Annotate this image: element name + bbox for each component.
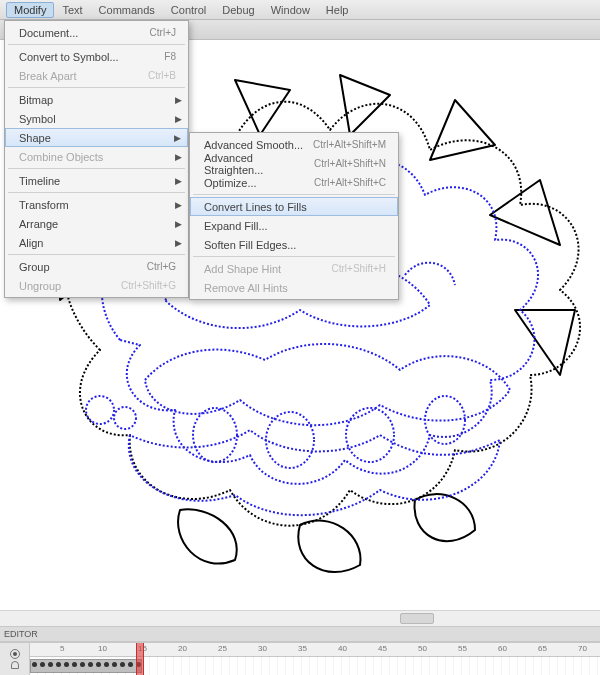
- shortcut-label: Ctrl+Alt+Shift+N: [314, 158, 392, 169]
- menu-window[interactable]: Window: [263, 2, 318, 18]
- menuitem-label: Arrange: [19, 218, 182, 230]
- menuitem-optimize[interactable]: Optimize...Ctrl+Alt+Shift+C: [190, 173, 398, 192]
- menuitem-label: Convert Lines to Fills: [204, 201, 392, 213]
- scrollbar-thumb[interactable]: [400, 613, 434, 624]
- keyframe-dot[interactable]: [80, 662, 85, 667]
- keyframe-dot[interactable]: [96, 662, 101, 667]
- menuitem-transform[interactable]: Transform▶: [5, 195, 188, 214]
- menuitem-label: Soften Fill Edges...: [204, 239, 392, 251]
- keyframe-dot[interactable]: [72, 662, 77, 667]
- separator: [8, 168, 185, 169]
- menuitem-align[interactable]: Align▶: [5, 233, 188, 252]
- menuitem-label: Advanced Straighten...: [204, 152, 314, 176]
- menubar: ModifyTextCommandsControlDebugWindowHelp: [0, 0, 600, 20]
- separator: [8, 192, 185, 193]
- keyframe-dot[interactable]: [88, 662, 93, 667]
- shortcut-label: Ctrl+B: [148, 70, 182, 81]
- menuitem-timeline[interactable]: Timeline▶: [5, 171, 188, 190]
- menuitem-convert-to-symbol[interactable]: Convert to Symbol...F8: [5, 47, 188, 66]
- menuitem-label: Symbol: [19, 113, 182, 125]
- keyframe-dot[interactable]: [128, 662, 133, 667]
- keyframe-dot[interactable]: [120, 662, 125, 667]
- keyframe-dot[interactable]: [32, 662, 37, 667]
- menu-debug[interactable]: Debug: [214, 2, 262, 18]
- menuitem-expand-fill[interactable]: Expand Fill...: [190, 216, 398, 235]
- menuitem-label: Optimize...: [204, 177, 314, 189]
- ruler-mark: 10: [98, 644, 107, 653]
- ruler-mark: 35: [298, 644, 307, 653]
- shortcut-label: Ctrl+J: [150, 27, 182, 38]
- shortcut-label: Ctrl+Alt+Shift+M: [313, 139, 392, 150]
- menuitem-label: Add Shape Hint: [204, 263, 332, 275]
- ruler-mark: 25: [218, 644, 227, 653]
- keyframe-dot[interactable]: [64, 662, 69, 667]
- menu-modify[interactable]: Modify: [6, 2, 54, 18]
- ruler-mark: 50: [418, 644, 427, 653]
- menu-control[interactable]: Control: [163, 2, 214, 18]
- menuitem-label: Remove All Hints: [204, 282, 392, 294]
- menuitem-shape[interactable]: Shape▶: [5, 128, 188, 147]
- svg-point-5: [114, 407, 136, 429]
- keyframe-dot[interactable]: [112, 662, 117, 667]
- menuitem-remove-all-hints: Remove All Hints: [190, 278, 398, 297]
- keyframe-dot[interactable]: [40, 662, 45, 667]
- frames-row[interactable]: [30, 657, 600, 675]
- shortcut-label: Ctrl+Shift+G: [121, 280, 182, 291]
- chevron-right-icon: ▶: [175, 176, 182, 186]
- menuitem-label: Group: [19, 261, 147, 273]
- timeline-ruler[interactable]: 5101520253035404550556065707580859095100…: [30, 643, 600, 675]
- separator: [8, 44, 185, 45]
- eye-icon[interactable]: [10, 649, 20, 659]
- menuitem-advanced-straighten[interactable]: Advanced Straighten...Ctrl+Alt+Shift+N: [190, 154, 398, 173]
- menuitem-label: Expand Fill...: [204, 220, 392, 232]
- menuitem-label: Shape: [19, 132, 182, 144]
- ruler-mark: 70: [578, 644, 587, 653]
- shortcut-label: Ctrl+Alt+Shift+C: [314, 177, 392, 188]
- menu-text[interactable]: Text: [54, 2, 90, 18]
- ruler-mark: 55: [458, 644, 467, 653]
- svg-point-0: [193, 408, 237, 462]
- menuitem-label: Bitmap: [19, 94, 182, 106]
- menuitem-label: Ungroup: [19, 280, 121, 292]
- menuitem-soften-fill-edges[interactable]: Soften Fill Edges...: [190, 235, 398, 254]
- menuitem-label: Combine Objects: [19, 151, 182, 163]
- menuitem-label: Document...: [19, 27, 150, 39]
- menuitem-convert-lines-to-fills[interactable]: Convert Lines to Fills: [190, 197, 398, 216]
- ruler-mark: 20: [178, 644, 187, 653]
- chevron-right-icon: ▶: [175, 200, 182, 210]
- menuitem-ungroup: UngroupCtrl+Shift+G: [5, 276, 188, 295]
- horizontal-scrollbar[interactable]: [0, 610, 600, 626]
- chevron-right-icon: ▶: [175, 238, 182, 248]
- menu-help[interactable]: Help: [318, 2, 357, 18]
- svg-point-2: [346, 408, 394, 462]
- menuitem-label: Convert to Symbol...: [19, 51, 164, 63]
- menuitem-document[interactable]: Document...Ctrl+J: [5, 23, 188, 42]
- svg-point-4: [86, 396, 114, 424]
- separator: [193, 256, 395, 257]
- menu-commands[interactable]: Commands: [91, 2, 163, 18]
- keyframe-span[interactable]: [30, 659, 142, 673]
- lock-icon[interactable]: [11, 661, 19, 669]
- keyframe-dot[interactable]: [48, 662, 53, 667]
- menuitem-label: Break Apart: [19, 70, 148, 82]
- menuitem-group[interactable]: GroupCtrl+G: [5, 257, 188, 276]
- shortcut-label: F8: [164, 51, 182, 62]
- menuitem-symbol[interactable]: Symbol▶: [5, 109, 188, 128]
- editor-panel-label: EDITOR: [0, 626, 600, 642]
- ruler-mark: 60: [498, 644, 507, 653]
- modify-menu: Document...Ctrl+JConvert to Symbol...F8B…: [4, 20, 189, 298]
- chevron-right-icon: ▶: [175, 95, 182, 105]
- svg-point-1: [266, 412, 314, 468]
- menuitem-break-apart: Break ApartCtrl+B: [5, 66, 188, 85]
- ruler-mark: 45: [378, 644, 387, 653]
- keyframe-dot[interactable]: [56, 662, 61, 667]
- menuitem-bitmap[interactable]: Bitmap▶: [5, 90, 188, 109]
- playhead[interactable]: [136, 643, 144, 675]
- layer-controls: [0, 643, 30, 675]
- keyframe-dot[interactable]: [104, 662, 109, 667]
- menuitem-arrange[interactable]: Arrange▶: [5, 214, 188, 233]
- separator: [193, 194, 395, 195]
- ruler-mark: 30: [258, 644, 267, 653]
- chevron-right-icon: ▶: [175, 114, 182, 124]
- separator: [8, 254, 185, 255]
